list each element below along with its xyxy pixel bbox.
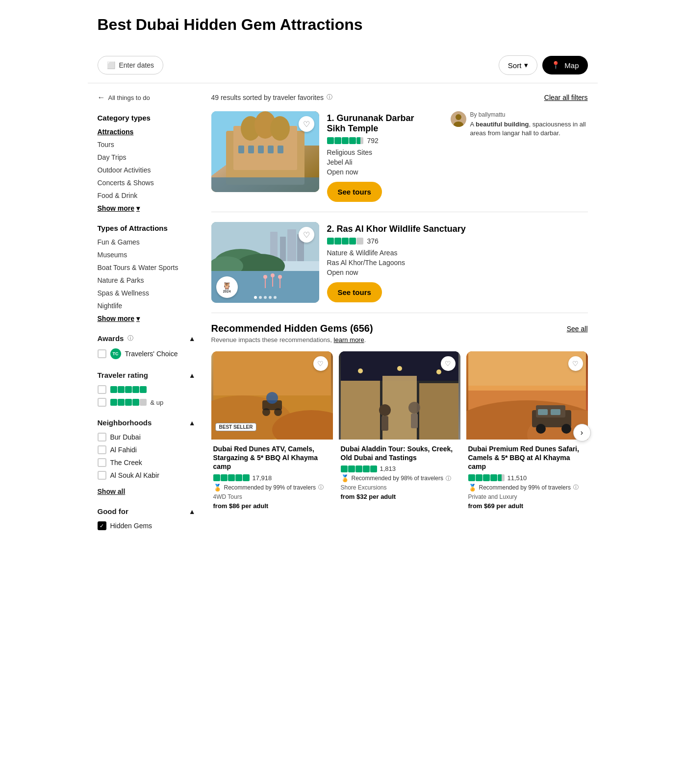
clear-filters-link[interactable]: Clear all filters xyxy=(544,94,588,101)
neighborhoods-section: Neighborhoods ▲ Bur Dubai Al Fahidi The … xyxy=(98,418,196,495)
svg-rect-8 xyxy=(238,146,244,153)
rec-card-3-favorite-button[interactable]: ♡ xyxy=(568,356,583,371)
sidebar-item-museums[interactable]: Museums xyxy=(98,251,196,259)
traveler-rating-title: Traveler rating xyxy=(98,371,148,379)
rating-4-item[interactable]: & up xyxy=(98,398,196,407)
svg-rect-51 xyxy=(411,414,418,428)
listing-2-see-tours-button[interactable]: See tours xyxy=(327,282,382,302)
info-icon: ⓘ xyxy=(318,484,324,491)
rating-5-checkbox[interactable] xyxy=(98,385,106,394)
rec-card-2-count: 1,813 xyxy=(380,465,396,472)
sidebar-item-spas[interactable]: Spas & Wellness xyxy=(98,289,196,297)
rec-card-3-body: Dubai Premium Red Dunes Safari, Camels &… xyxy=(466,440,588,514)
the-creek-checkbox[interactable] xyxy=(98,458,106,467)
travelers-choice-checkbox-item[interactable]: TC Travelers' Choice xyxy=(98,348,196,359)
svg-point-59 xyxy=(536,424,546,434)
svg-point-27 xyxy=(263,275,267,279)
rec-cards-next-button[interactable]: › xyxy=(573,424,591,441)
rec-card-2-rating: 1,813 xyxy=(341,465,458,472)
svg-point-60 xyxy=(561,424,571,434)
sidebar-item-nature-parks[interactable]: Nature & Parks xyxy=(98,276,196,284)
show-all-neighborhoods[interactable]: Show all xyxy=(98,488,126,495)
listing-2-info: 2. Ras Al Khor Wildlife Sanctuary 376 Na… xyxy=(327,222,588,303)
sidebar-item-nightlife[interactable]: Nightlife xyxy=(98,302,196,310)
sidebar-item-outdoor[interactable]: Outdoor Activities xyxy=(98,166,196,174)
listing-1-see-tours-button[interactable]: See tours xyxy=(327,182,382,202)
rec-card-2-badge-text: Recommended by 98% of travelers xyxy=(352,475,443,482)
rec-card-2-favorite-button[interactable]: ♡ xyxy=(441,356,456,371)
page-title: Best Dubai Hidden Gem Attractions xyxy=(98,16,588,34)
sort-label: Sort xyxy=(508,61,522,70)
rating-4-checkbox[interactable] xyxy=(98,398,106,407)
rating-4-label: & up xyxy=(151,399,164,406)
rec-card-1-favorite-button[interactable]: ♡ xyxy=(313,356,328,371)
svg-rect-56 xyxy=(468,351,586,386)
rec-card-1-badge: 🏅 Recommended by 99% of travelers ⓘ xyxy=(213,484,331,491)
map-icon: 📍 xyxy=(551,61,560,70)
rating-5-item[interactable] xyxy=(98,385,196,394)
al-souk-checkbox[interactable] xyxy=(98,471,106,480)
svg-rect-44 xyxy=(419,383,458,440)
sidebar-item-tours[interactable]: Tours xyxy=(98,141,196,148)
rec-card-3-rating: 11,510 xyxy=(468,474,586,482)
chevron-down-icon: ▾ xyxy=(524,61,528,70)
neighborhood-al-fahidi[interactable]: Al Fahidi xyxy=(98,445,196,454)
info-icon: ⓘ xyxy=(573,484,579,491)
sidebar-item-food[interactable]: Food & Drink xyxy=(98,192,196,199)
info-icon[interactable]: ⓘ xyxy=(127,334,133,343)
listing-1-favorite-button[interactable]: ♡ xyxy=(299,116,314,132)
svg-rect-10 xyxy=(258,146,264,153)
rec-card-3-badge: 🏅 Recommended by 99% of travelers ⓘ xyxy=(468,484,586,491)
sidebar-item-concerts[interactable]: Concerts & Shows xyxy=(98,179,196,187)
sidebar-item-boat-tours[interactable]: Boat Tours & Water Sports xyxy=(98,264,196,271)
rec-card-2[interactable]: ♡ Dubai Aladdin Tour: Souks, Creek, Old … xyxy=(339,351,460,514)
sidebar-item-day-trips[interactable]: Day Trips xyxy=(98,153,196,161)
listing-1-info: 1. Gurunanak Darbar Sikh Temple 792 Reli… xyxy=(327,111,435,202)
al-fahidi-label: Al Fahidi xyxy=(110,446,137,454)
travelers-choice-checkbox[interactable] xyxy=(98,349,106,358)
listing-2-rating-count: 376 xyxy=(367,237,379,245)
bur-dubai-label: Bur Dubai xyxy=(110,433,141,441)
back-link[interactable]: ← All things to do xyxy=(98,93,196,102)
sidebar-item-fun-games[interactable]: Fun & Games xyxy=(98,238,196,246)
listing-1-title: 1. Gurunanak Darbar Sikh Temple xyxy=(327,113,435,134)
listing-1-stars xyxy=(327,137,363,144)
listing-2-favorite-button[interactable]: ♡ xyxy=(299,227,314,243)
back-link-label: All things to do xyxy=(108,94,150,101)
show-more-categories[interactable]: Show more ▾ xyxy=(98,204,196,212)
rec-card-3-price: from $69 per adult xyxy=(468,502,586,510)
listing-1-rating-row: 792 xyxy=(327,137,435,145)
enter-dates-button[interactable]: ⬜ Enter dates xyxy=(98,56,164,74)
neighborhoods-title: Neighborhoods xyxy=(98,418,152,427)
svg-point-38 xyxy=(274,408,282,416)
listing-2-location: Ras Al Khor/The Lagoons xyxy=(327,259,588,267)
rec-card-3[interactable]: ♡ Dubai Premium Red Dunes Safari, Camels… xyxy=(466,351,588,514)
sort-button[interactable]: Sort ▾ xyxy=(499,55,538,75)
bur-dubai-checkbox[interactable] xyxy=(98,433,106,441)
svg-rect-20 xyxy=(287,229,296,261)
good-for-hidden-gems[interactable]: Hidden Gems xyxy=(98,521,196,530)
travelers-choice-label: Travelers' Choice xyxy=(125,350,178,358)
svg-rect-9 xyxy=(248,146,254,153)
learn-more-link[interactable]: learn more xyxy=(334,336,364,343)
rec-card-1-count: 17,918 xyxy=(253,474,272,482)
svg-point-46 xyxy=(397,366,402,371)
al-fahidi-checkbox[interactable] xyxy=(98,445,106,454)
svg-rect-49 xyxy=(381,416,388,431)
sidebar-item-attractions[interactable]: Attractions xyxy=(98,128,196,136)
neighborhood-bur-dubai[interactable]: Bur Dubai xyxy=(98,433,196,441)
hidden-gems-checkbox[interactable] xyxy=(98,521,106,530)
listing-2-category: Nature & Wildlife Areas xyxy=(327,249,588,257)
collapse-icon[interactable]: ▲ xyxy=(189,371,196,379)
collapse-icon[interactable]: ▲ xyxy=(189,335,196,343)
neighborhood-the-creek[interactable]: The Creek xyxy=(98,458,196,467)
neighborhood-al-souk[interactable]: Al Souk Al Kabir xyxy=(98,471,196,480)
show-more-types[interactable]: Show more ▾ xyxy=(98,315,196,322)
collapse-neighborhoods-icon[interactable]: ▲ xyxy=(189,419,196,427)
map-button[interactable]: 📍 Map xyxy=(542,56,587,74)
rec-card-1-price: from $86 per adult xyxy=(213,502,331,510)
rec-card-1[interactable]: BEST SELLER ♡ Dubai Red Dunes ATV, Camel… xyxy=(211,351,333,514)
collapse-good-for-icon[interactable]: ▲ xyxy=(189,508,196,515)
see-all-link[interactable]: See all xyxy=(567,325,588,333)
rec-card-1-category: 4WD Tours xyxy=(213,493,331,500)
